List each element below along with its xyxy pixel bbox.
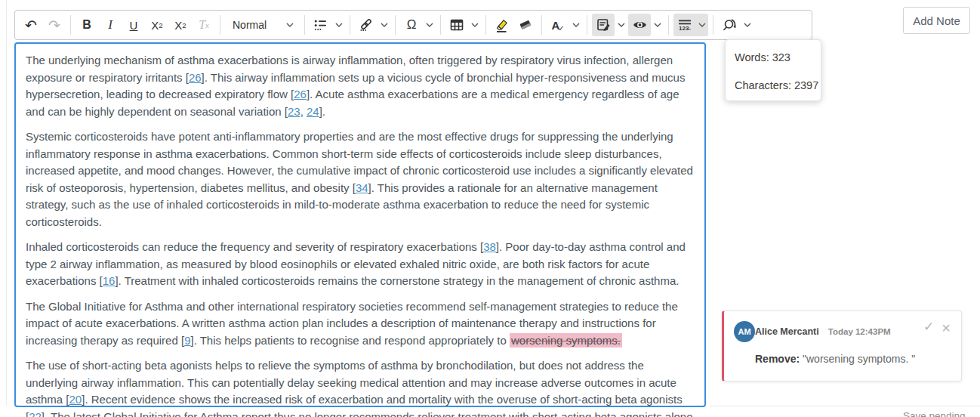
word-count-words: Words: 323 bbox=[735, 50, 812, 65]
word-count-group: 123- bbox=[673, 14, 708, 36]
bulleted-list-button[interactable] bbox=[310, 14, 332, 36]
redo-button[interactable]: ↷ bbox=[43, 14, 66, 36]
citation-link[interactable]: 38 bbox=[483, 240, 496, 253]
chevron-down-icon bbox=[572, 23, 580, 27]
eraser-icon bbox=[518, 17, 533, 32]
superscript-icon: X bbox=[151, 19, 159, 32]
comment-timestamp: Today 12:43PM bbox=[828, 327, 891, 336]
paragraph-4: The Global Initiative for Asthma and oth… bbox=[26, 298, 695, 350]
preview-dropdown-chevron[interactable] bbox=[652, 14, 664, 36]
citation-link[interactable]: 34 bbox=[356, 181, 368, 194]
superscript-button[interactable]: X2 bbox=[146, 14, 168, 36]
toolbar-divider bbox=[587, 15, 587, 35]
heading-dropdown[interactable]: Normal bbox=[225, 14, 300, 36]
annotations-dropdown-chevron[interactable] bbox=[615, 14, 627, 36]
paragraph-2: Systemic corticosteroids have potent ant… bbox=[26, 128, 695, 230]
toolbar-divider bbox=[713, 15, 713, 35]
spellcheck-button[interactable]: A✓ bbox=[547, 14, 569, 36]
save-status: Save pending bbox=[903, 410, 966, 417]
toolbar-divider bbox=[350, 15, 350, 35]
toolbar-divider bbox=[70, 15, 71, 35]
link-dropdown-chevron[interactable] bbox=[378, 14, 390, 36]
link-icon bbox=[359, 17, 374, 32]
find-replace-icon bbox=[722, 17, 738, 32]
remove-format-button[interactable]: Tx bbox=[193, 14, 215, 36]
removed-text-highlight[interactable]: worsening symptoms. bbox=[510, 333, 622, 348]
bold-icon: B bbox=[82, 18, 91, 32]
chevron-down-icon bbox=[654, 23, 661, 27]
characters-value: 2397 bbox=[794, 79, 818, 91]
subscript-icon: X bbox=[174, 19, 182, 32]
find-replace-dropdown-chevron[interactable] bbox=[741, 14, 753, 36]
svg-text:123-: 123- bbox=[679, 25, 691, 32]
citation-link[interactable]: 16 bbox=[103, 274, 116, 287]
spellcheck-dropdown-chevron[interactable] bbox=[570, 14, 582, 36]
toolbar-divider bbox=[220, 15, 220, 35]
comment-card[interactable]: AM Alice Mercanti Today 12:43PM ✓ × Remo… bbox=[722, 310, 962, 381]
word-count-dropdown-chevron[interactable] bbox=[696, 14, 708, 36]
word-count-icon: 123- bbox=[676, 17, 693, 32]
add-note-button[interactable]: Add Note bbox=[903, 7, 970, 34]
paragraph-1: The underlying mechanism of asthma exace… bbox=[26, 52, 695, 120]
subscript-button[interactable]: X2 bbox=[169, 14, 192, 36]
page-left-rule bbox=[6, 0, 7, 406]
panel-bottom-rule bbox=[710, 406, 980, 406]
words-value: 323 bbox=[772, 51, 790, 63]
underline-button[interactable]: U bbox=[122, 14, 145, 36]
word-count-button[interactable]: 123- bbox=[673, 14, 696, 36]
toolbar-divider bbox=[668, 15, 669, 35]
avatar: AM bbox=[734, 321, 755, 342]
link-button[interactable] bbox=[355, 14, 378, 36]
comment-accept-icon[interactable]: ✓ bbox=[923, 320, 934, 335]
special-characters-button[interactable]: Ω bbox=[400, 14, 423, 36]
remove-highlight-button[interactable] bbox=[514, 14, 537, 36]
chevron-down-icon bbox=[381, 23, 388, 27]
remove-format-icon: T bbox=[199, 18, 205, 32]
editor-toolbar: ↶ ↷ B I U X2 X2 Tx Normal Ω bbox=[14, 10, 812, 40]
undo-icon: ↶ bbox=[25, 18, 37, 32]
comment-actions: ✓ × bbox=[923, 320, 951, 335]
underline-icon: U bbox=[130, 19, 138, 32]
toolbar-divider bbox=[440, 15, 441, 35]
word-count-characters: Characters: 2397 bbox=[735, 78, 812, 93]
italic-button[interactable]: I bbox=[99, 14, 122, 36]
comment-dismiss-icon[interactable]: × bbox=[941, 320, 951, 335]
chevron-down-icon bbox=[286, 23, 294, 27]
paragraph-3: Inhaled corticosteroids can reduce the f… bbox=[26, 239, 695, 290]
rich-text-editor[interactable]: The underlying mechanism of asthma exace… bbox=[14, 42, 706, 407]
toolbar-divider bbox=[485, 15, 486, 35]
bulleted-list-dropdown-chevron[interactable] bbox=[333, 14, 345, 36]
citation-link[interactable]: 24 bbox=[307, 105, 319, 118]
special-characters-dropdown-chevron[interactable] bbox=[424, 14, 436, 36]
toolbar-divider bbox=[395, 15, 396, 35]
table-icon bbox=[449, 17, 464, 32]
citation-link[interactable]: 23 bbox=[288, 105, 300, 118]
chevron-down-icon bbox=[698, 23, 706, 27]
table-dropdown-chevron[interactable] bbox=[469, 14, 481, 36]
annotations-button[interactable] bbox=[592, 14, 615, 36]
chevron-down-icon bbox=[335, 23, 343, 27]
bold-button[interactable]: B bbox=[76, 14, 98, 36]
heading-dropdown-value: Normal bbox=[233, 19, 267, 31]
omega-icon: Ω bbox=[407, 17, 417, 32]
word-count-popup: Words: 323 Characters: 2397 bbox=[725, 39, 821, 101]
citation-link[interactable]: 22 bbox=[29, 410, 42, 417]
toolbar-divider bbox=[304, 15, 305, 35]
citation-link[interactable]: 26 bbox=[294, 88, 307, 100]
chevron-down-icon bbox=[471, 23, 479, 27]
undo-button[interactable]: ↶ bbox=[20, 14, 42, 36]
italic-icon: I bbox=[108, 17, 112, 32]
eye-icon bbox=[632, 17, 648, 32]
citation-link[interactable]: 20 bbox=[69, 393, 82, 406]
redo-icon: ↷ bbox=[48, 18, 60, 32]
comment-quoted-text: "worsening symptoms. " bbox=[803, 353, 915, 365]
find-replace-button[interactable] bbox=[718, 14, 741, 36]
highlight-marker-button[interactable] bbox=[491, 14, 513, 36]
comment-action-label: Remove: bbox=[755, 353, 800, 365]
citation-link[interactable]: 26 bbox=[189, 71, 202, 84]
insert-table-button[interactable] bbox=[445, 14, 468, 36]
paragraph-5: The use of short-acting beta agonists he… bbox=[26, 357, 695, 417]
chevron-down-icon bbox=[618, 23, 625, 27]
comment-body: Remove: "worsening symptoms. " bbox=[755, 353, 915, 365]
preview-button[interactable] bbox=[628, 14, 651, 36]
